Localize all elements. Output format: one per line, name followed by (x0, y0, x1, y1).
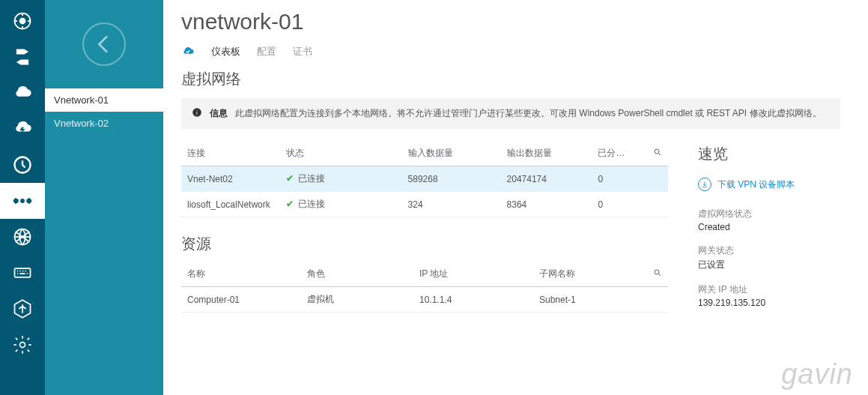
rail-item-clock[interactable] (0, 147, 45, 183)
table-search-icon[interactable] (646, 142, 668, 166)
col-name[interactable]: 名称 (181, 263, 301, 287)
svg-point-11 (655, 149, 659, 154)
sidebar-list: Vnetwork-01 Vnetwork-02 (45, 88, 163, 135)
col-data-out[interactable]: 输出数据量 (501, 142, 592, 166)
table-row[interactable]: liosoft_LocalNetwork ✔已连接 324 8364 0 (181, 192, 668, 217)
rail-item-2[interactable] (0, 39, 45, 75)
col-allocated[interactable]: 已分… (592, 142, 645, 166)
tab-configure[interactable]: 配置 (257, 45, 276, 58)
check-icon: ✔ (286, 199, 294, 209)
download-icon (698, 178, 711, 191)
svg-point-1 (20, 19, 25, 24)
qv-value-vnet-status: Created (698, 222, 846, 232)
check-icon: ✔ (286, 173, 294, 184)
page-title: vnetwork-01 (181, 9, 846, 34)
qv-label-gateway-status: 网关状态 (698, 244, 846, 257)
qv-value-gateway-ip: 139.219.135.120 (698, 298, 846, 308)
dashboard-icon (181, 46, 195, 58)
main-content: vnetwork-01 仪表板 配置 证书 虚拟网络 i 信息 此虚拟网络配置为… (163, 0, 868, 395)
svg-rect-7 (15, 268, 31, 277)
tab-certificates[interactable]: 证书 (293, 45, 312, 58)
sidebar-item-vnetwork-01[interactable]: Vnetwork-01 (45, 88, 163, 112)
rail-item-cloud-bolt[interactable] (0, 111, 45, 147)
resources-table: 名称 角色 IP 地址 子网名称 Computer-01 虚拟机 10.1.1.… (181, 263, 668, 313)
info-banner: i 信息 此虚拟网络配置为连接到多个本地网络。将不允许通过管理门户进行某些更改。… (181, 98, 840, 129)
col-data-in[interactable]: 输入数据量 (402, 142, 501, 166)
table-row[interactable]: Computer-01 虚拟机 10.1.1.4 Subnet-1 (181, 287, 668, 313)
section-resources: 资源 (181, 234, 668, 254)
quickview-panel: 速览 下载 VPN 设备脚本 虚拟网络状态 Created 网关状态 已设置 网… (698, 142, 846, 320)
info-text: 信息 此虚拟网络配置为连接到多个本地网络。将不允许通过管理门户进行某些更改。可改… (210, 107, 822, 120)
download-vpn-script-link[interactable]: 下载 VPN 设备脚本 (698, 178, 846, 191)
section-virtual-network: 虚拟网络 (181, 69, 846, 89)
qv-label-vnet-status: 虚拟网络状态 (698, 208, 846, 220)
svg-point-4 (21, 199, 24, 202)
connections-table: 连接 状态 输入数据量 输出数据量 已分… Vnet-Net02 ✔已连接 5 (181, 142, 668, 217)
col-status[interactable]: 状态 (280, 142, 402, 166)
rail-item-globe[interactable] (0, 219, 45, 255)
rail-item-deploy[interactable] (0, 291, 45, 327)
rail-item-1[interactable] (0, 3, 45, 39)
col-connection[interactable]: 连接 (181, 142, 280, 166)
back-button[interactable] (82, 22, 126, 66)
col-role[interactable]: 角色 (301, 263, 413, 287)
tabs: 仪表板 配置 证书 (181, 45, 846, 58)
rail-item-network[interactable] (0, 183, 45, 219)
quickview-title: 速览 (698, 144, 846, 164)
col-ip[interactable]: IP 地址 (413, 263, 533, 287)
sidebar: Vnetwork-01 Vnetwork-02 (45, 0, 163, 395)
qv-value-gateway-status: 已设置 (698, 259, 846, 271)
tab-dashboard[interactable]: 仪表板 (211, 45, 240, 58)
svg-point-12 (655, 270, 659, 274)
rail-item-cloud[interactable] (0, 75, 45, 111)
table-search-icon[interactable] (646, 263, 668, 287)
rail-item-settings[interactable] (0, 327, 45, 363)
col-subnet[interactable]: 子网名称 (533, 263, 646, 287)
sidebar-item-vnetwork-02[interactable]: Vnetwork-02 (45, 112, 163, 135)
rail-item-keyboard[interactable] (0, 255, 45, 291)
icon-rail (0, 0, 45, 395)
svg-point-8 (20, 343, 25, 348)
qv-label-gateway-ip: 网关 IP 地址 (698, 283, 846, 296)
info-icon: i (192, 107, 202, 120)
table-row[interactable]: Vnet-Net02 ✔已连接 589268 20474174 0 (181, 166, 668, 192)
